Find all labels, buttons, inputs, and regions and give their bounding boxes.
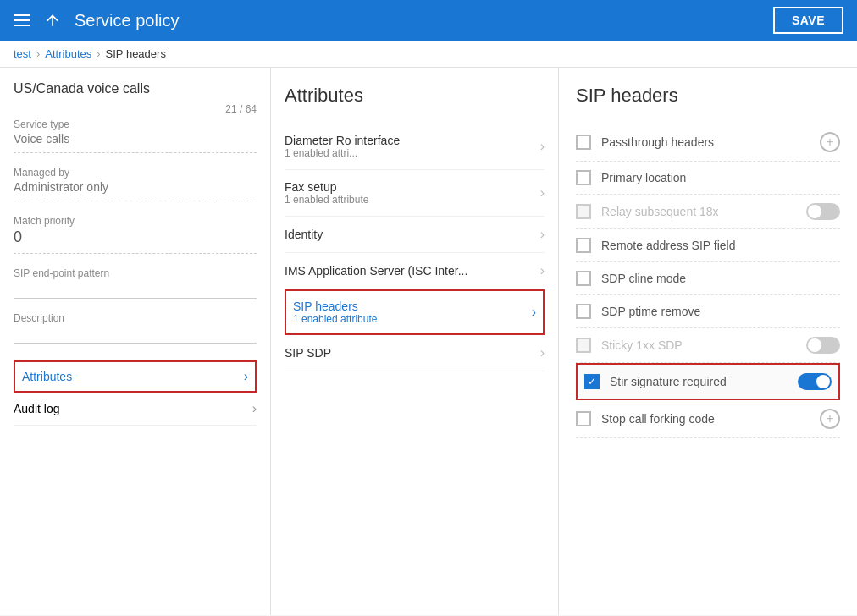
sip-checkbox-1[interactable] — [576, 170, 591, 185]
sip-checkbox-6[interactable] — [576, 338, 591, 353]
sip-checkbox-0[interactable] — [576, 135, 591, 150]
attr-name-5: SIP SDP — [285, 346, 331, 360]
attr-chevron-2: › — [540, 227, 545, 242]
sip-toggle-2[interactable] — [806, 203, 840, 220]
sip-plus-8[interactable]: + — [820, 409, 840, 429]
sip-item-1: Primary location — [576, 162, 840, 195]
page-title: Service policy — [75, 11, 760, 30]
breadcrumb-sep1: › — [36, 47, 40, 60]
service-type-field: Service type Voice calls — [14, 118, 257, 153]
managed-by-label: Managed by — [14, 167, 257, 179]
attr-name-3: IMS Application Server (ISC Inter... — [285, 264, 467, 278]
sip-headers-title: SIP headers — [576, 85, 840, 107]
description-input[interactable] — [14, 326, 257, 344]
breadcrumb-current: SIP headers — [106, 47, 166, 60]
nav-attributes-chevron: › — [244, 369, 248, 384]
nav-attributes[interactable]: Attributes › — [14, 360, 257, 393]
sip-checkbox-5[interactable] — [576, 304, 591, 319]
breadcrumb-test[interactable]: test — [14, 47, 31, 60]
breadcrumb-sep2: › — [97, 47, 100, 60]
main-layout: US/Canada voice calls 21 / 64 Service ty… — [0, 68, 857, 615]
middle-panel: Attributes Diameter Ro interface1 enable… — [271, 68, 559, 615]
sip-endpoint-input[interactable] — [14, 281, 257, 299]
attr-sub-1: 1 enabled attribute — [285, 194, 368, 206]
attr-chevron-5: › — [540, 345, 545, 360]
left-panel-title: US/Canada voice calls — [14, 81, 257, 96]
sip-plus-0[interactable]: + — [820, 132, 840, 152]
attr-item-2[interactable]: Identity› — [285, 217, 545, 253]
attr-chevron-3: › — [540, 263, 545, 278]
sip-item-5: SDP ptime remove — [576, 295, 840, 328]
sip-toggle-6[interactable] — [806, 337, 840, 354]
right-panel: SIP headers Passthrough headers+Primary … — [559, 68, 857, 615]
sip-label-3: Remote address SIP field — [601, 239, 840, 252]
attr-sub-4: 1 enabled attribute — [293, 313, 377, 325]
sip-label-8: Stop call forking code — [601, 412, 810, 426]
sip-toggle-7[interactable] — [798, 373, 832, 390]
managed-by-value: Administrator only — [14, 180, 257, 194]
sip-item-7: Stir signature required — [576, 363, 840, 400]
sip-item-6: Sticky 1xx SDP — [576, 328, 840, 363]
sip-checkbox-7[interactable] — [584, 374, 600, 389]
service-type-value: Voice calls — [14, 132, 257, 146]
sip-checkbox-2[interactable] — [576, 204, 591, 219]
match-priority-field: Match priority 0 — [14, 215, 257, 254]
attr-chevron-4: › — [532, 305, 536, 320]
sip-label-0: Passthrough headers — [601, 135, 810, 149]
sip-item-2: Relay subsequent 18x — [576, 195, 840, 229]
attr-name-1: Fax setup — [285, 180, 368, 194]
nav-audit-log-chevron: › — [252, 401, 257, 416]
attr-item-4[interactable]: SIP headers1 enabled attribute› — [285, 289, 545, 335]
sip-label-5: SDP ptime remove — [601, 305, 840, 318]
attributes-list: Diameter Ro interface1 enabled attri...›… — [285, 124, 545, 371]
sip-item-4: SDP cline mode — [576, 262, 840, 295]
breadcrumb: test › Attributes › SIP headers — [0, 41, 857, 68]
attr-chevron-0: › — [540, 139, 545, 154]
description-field: Description — [14, 312, 257, 344]
attr-item-3[interactable]: IMS Application Server (ISC Inter...› — [285, 253, 545, 289]
sip-label-4: SDP cline mode — [601, 272, 840, 285]
sip-checkbox-3[interactable] — [576, 238, 591, 253]
sip-checkbox-8[interactable] — [576, 411, 591, 426]
up-arrow-icon[interactable] — [44, 12, 61, 29]
breadcrumb-attributes[interactable]: Attributes — [45, 47, 91, 60]
sip-items-list: Passthrough headers+Primary locationRela… — [576, 124, 840, 438]
top-header: Service policy SAVE — [0, 0, 857, 41]
sip-item-8: Stop call forking code+ — [576, 400, 840, 438]
sip-item-3: Remote address SIP field — [576, 229, 840, 262]
sip-checkbox-4[interactable] — [576, 271, 591, 286]
attr-chevron-1: › — [540, 185, 545, 201]
match-priority-value: 0 — [14, 228, 257, 246]
match-priority-label: Match priority — [14, 215, 257, 227]
sip-label-7: Stir signature required — [610, 375, 788, 388]
attr-name-0: Diameter Ro interface — [285, 134, 400, 147]
left-panel: US/Canada voice calls 21 / 64 Service ty… — [0, 68, 271, 615]
managed-by-field: Managed by Administrator only — [14, 167, 257, 201]
attr-name-4: SIP headers — [293, 300, 377, 313]
attr-name-2: Identity — [285, 228, 323, 241]
nav-audit-log[interactable]: Audit log › — [14, 393, 257, 426]
sip-label-6: Sticky 1xx SDP — [601, 338, 796, 352]
attr-item-1[interactable]: Fax setup1 enabled attribute› — [285, 170, 545, 217]
sip-label-2: Relay subsequent 18x — [601, 205, 796, 218]
attr-item-0[interactable]: Diameter Ro interface1 enabled attri...› — [285, 124, 545, 170]
sip-label-1: Primary location — [601, 171, 840, 184]
description-label: Description — [14, 312, 257, 324]
attr-sub-0: 1 enabled attri... — [285, 147, 400, 159]
left-panel-counter: 21 / 64 — [14, 103, 257, 115]
hamburger-icon[interactable] — [14, 14, 30, 26]
save-button[interactable]: SAVE — [773, 7, 843, 34]
sip-item-0: Passthrough headers+ — [576, 124, 840, 162]
service-type-label: Service type — [14, 118, 257, 130]
sip-endpoint-field: SIP end-point pattern — [14, 267, 257, 299]
attr-item-5[interactable]: SIP SDP› — [285, 335, 545, 371]
attributes-title: Attributes — [285, 85, 545, 107]
sip-endpoint-label: SIP end-point pattern — [14, 267, 257, 279]
